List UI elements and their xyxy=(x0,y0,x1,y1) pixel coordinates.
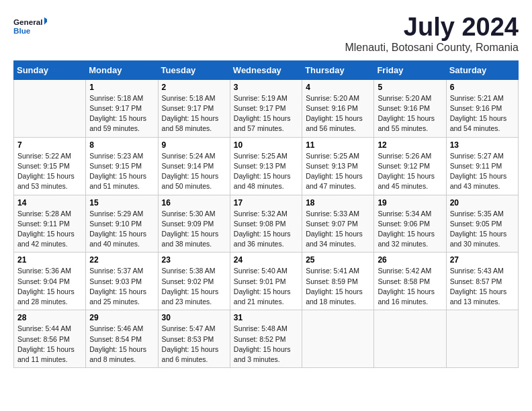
calendar-day-header: Thursday xyxy=(302,60,374,79)
calendar-header-row: SundayMondayTuesdayWednesdayThursdayFrid… xyxy=(14,60,519,79)
calendar-cell: 11Sunrise: 5:25 AMSunset: 9:13 PMDayligh… xyxy=(302,137,374,195)
day-info: Sunrise: 5:18 AMSunset: 9:17 PMDaylight:… xyxy=(89,93,154,134)
calendar-cell: 7Sunrise: 5:22 AMSunset: 9:15 PMDaylight… xyxy=(14,137,86,195)
day-number: 8 xyxy=(89,140,154,150)
day-number: 16 xyxy=(162,198,226,208)
day-info: Sunrise: 5:38 AMSunset: 9:02 PMDaylight:… xyxy=(162,266,226,307)
day-info: Sunrise: 5:30 AMSunset: 9:09 PMDaylight:… xyxy=(162,209,226,250)
day-info: Sunrise: 5:25 AMSunset: 9:13 PMDaylight:… xyxy=(306,151,370,192)
calendar-cell: 19Sunrise: 5:34 AMSunset: 9:06 PMDayligh… xyxy=(374,195,446,253)
calendar-cell: 10Sunrise: 5:25 AMSunset: 9:13 PMDayligh… xyxy=(230,137,302,195)
logo: General Blue xyxy=(13,13,47,40)
day-info: Sunrise: 5:40 AMSunset: 9:01 PMDaylight:… xyxy=(234,266,298,307)
calendar-cell: 9Sunrise: 5:24 AMSunset: 9:14 PMDaylight… xyxy=(158,137,230,195)
day-info: Sunrise: 5:42 AMSunset: 8:58 PMDaylight:… xyxy=(378,266,442,307)
calendar-cell: 31Sunrise: 5:48 AMSunset: 8:52 PMDayligh… xyxy=(230,310,302,368)
day-info: Sunrise: 5:43 AMSunset: 8:57 PMDaylight:… xyxy=(450,266,515,307)
day-number: 7 xyxy=(17,140,82,150)
day-info: Sunrise: 5:24 AMSunset: 9:14 PMDaylight:… xyxy=(162,151,226,192)
day-info: Sunrise: 5:19 AMSunset: 9:17 PMDaylight:… xyxy=(234,93,298,134)
calendar-cell: 6Sunrise: 5:21 AMSunset: 9:16 PMDaylight… xyxy=(446,79,518,137)
day-number: 12 xyxy=(378,140,442,150)
calendar-cell: 25Sunrise: 5:41 AMSunset: 8:59 PMDayligh… xyxy=(302,253,374,310)
calendar-cell: 14Sunrise: 5:28 AMSunset: 9:11 PMDayligh… xyxy=(14,195,86,253)
svg-marker-2 xyxy=(44,17,47,25)
calendar-week-row: 21Sunrise: 5:36 AMSunset: 9:04 PMDayligh… xyxy=(14,253,519,310)
calendar-cell: 12Sunrise: 5:26 AMSunset: 9:12 PMDayligh… xyxy=(374,137,446,195)
logo-svg: General Blue xyxy=(13,13,47,40)
day-number: 5 xyxy=(378,83,442,92)
day-info: Sunrise: 5:44 AMSunset: 8:56 PMDaylight:… xyxy=(17,324,82,365)
day-info: Sunrise: 5:20 AMSunset: 9:16 PMDaylight:… xyxy=(306,93,370,134)
day-info: Sunrise: 5:25 AMSunset: 9:13 PMDaylight:… xyxy=(234,151,298,192)
day-number: 29 xyxy=(89,313,154,322)
day-number: 15 xyxy=(89,198,154,208)
calendar-week-row: 1Sunrise: 5:18 AMSunset: 9:17 PMDaylight… xyxy=(14,79,519,137)
calendar-table: SundayMondayTuesdayWednesdayThursdayFrid… xyxy=(13,60,519,368)
day-number: 10 xyxy=(234,140,298,150)
calendar-cell xyxy=(302,310,374,368)
calendar-cell: 26Sunrise: 5:42 AMSunset: 8:58 PMDayligh… xyxy=(374,253,446,310)
day-info: Sunrise: 5:33 AMSunset: 9:07 PMDaylight:… xyxy=(306,209,370,250)
calendar-cell: 28Sunrise: 5:44 AMSunset: 8:56 PMDayligh… xyxy=(14,310,86,368)
day-number: 19 xyxy=(378,198,442,208)
day-info: Sunrise: 5:48 AMSunset: 8:52 PMDaylight:… xyxy=(234,324,298,365)
calendar-cell: 8Sunrise: 5:23 AMSunset: 9:15 PMDaylight… xyxy=(86,137,158,195)
calendar-cell: 22Sunrise: 5:37 AMSunset: 9:03 PMDayligh… xyxy=(86,253,158,310)
day-number: 17 xyxy=(234,198,298,208)
calendar-cell: 17Sunrise: 5:32 AMSunset: 9:08 PMDayligh… xyxy=(230,195,302,253)
svg-text:General: General xyxy=(13,17,42,26)
calendar-week-row: 28Sunrise: 5:44 AMSunset: 8:56 PMDayligh… xyxy=(14,310,519,368)
calendar-cell: 21Sunrise: 5:36 AMSunset: 9:04 PMDayligh… xyxy=(14,253,86,310)
day-number: 24 xyxy=(234,255,298,265)
day-info: Sunrise: 5:20 AMSunset: 9:16 PMDaylight:… xyxy=(378,93,442,134)
calendar-day-header: Friday xyxy=(374,60,446,79)
day-number: 18 xyxy=(306,198,370,208)
day-number: 4 xyxy=(306,83,370,92)
calendar-day-header: Wednesday xyxy=(230,60,302,79)
day-info: Sunrise: 5:47 AMSunset: 8:53 PMDaylight:… xyxy=(162,324,226,365)
day-info: Sunrise: 5:26 AMSunset: 9:12 PMDaylight:… xyxy=(378,151,442,192)
day-info: Sunrise: 5:21 AMSunset: 9:16 PMDaylight:… xyxy=(450,93,515,134)
day-number: 9 xyxy=(162,140,226,150)
title-block: July 2024 Mlenauti, Botosani County, Rom… xyxy=(345,13,519,54)
day-number: 26 xyxy=(378,255,442,265)
day-number: 1 xyxy=(89,83,154,92)
calendar-cell: 30Sunrise: 5:47 AMSunset: 8:53 PMDayligh… xyxy=(158,310,230,368)
calendar-cell: 4Sunrise: 5:20 AMSunset: 9:16 PMDaylight… xyxy=(302,79,374,137)
day-info: Sunrise: 5:32 AMSunset: 9:08 PMDaylight:… xyxy=(234,209,298,250)
day-info: Sunrise: 5:22 AMSunset: 9:15 PMDaylight:… xyxy=(17,151,82,192)
day-info: Sunrise: 5:18 AMSunset: 9:17 PMDaylight:… xyxy=(162,93,226,134)
calendar-cell xyxy=(446,310,518,368)
calendar-cell: 16Sunrise: 5:30 AMSunset: 9:09 PMDayligh… xyxy=(158,195,230,253)
calendar-cell: 29Sunrise: 5:46 AMSunset: 8:54 PMDayligh… xyxy=(86,310,158,368)
calendar-cell xyxy=(14,79,86,137)
calendar-cell: 1Sunrise: 5:18 AMSunset: 9:17 PMDaylight… xyxy=(86,79,158,137)
svg-text:Blue: Blue xyxy=(13,26,31,35)
day-number: 23 xyxy=(162,255,226,265)
day-number: 14 xyxy=(17,198,82,208)
calendar-cell: 24Sunrise: 5:40 AMSunset: 9:01 PMDayligh… xyxy=(230,253,302,310)
day-number: 25 xyxy=(306,255,370,265)
day-number: 11 xyxy=(306,140,370,150)
calendar-cell: 27Sunrise: 5:43 AMSunset: 8:57 PMDayligh… xyxy=(446,253,518,310)
calendar-week-row: 14Sunrise: 5:28 AMSunset: 9:11 PMDayligh… xyxy=(14,195,519,253)
day-number: 27 xyxy=(450,255,515,265)
calendar-cell: 2Sunrise: 5:18 AMSunset: 9:17 PMDaylight… xyxy=(158,79,230,137)
calendar-cell: 13Sunrise: 5:27 AMSunset: 9:11 PMDayligh… xyxy=(446,137,518,195)
calendar-cell: 15Sunrise: 5:29 AMSunset: 9:10 PMDayligh… xyxy=(86,195,158,253)
calendar-cell: 3Sunrise: 5:19 AMSunset: 9:17 PMDaylight… xyxy=(230,79,302,137)
page-subtitle: Mlenauti, Botosani County, Romania xyxy=(345,42,519,54)
calendar-cell: 5Sunrise: 5:20 AMSunset: 9:16 PMDaylight… xyxy=(374,79,446,137)
day-info: Sunrise: 5:35 AMSunset: 9:05 PMDaylight:… xyxy=(450,209,515,250)
day-number: 21 xyxy=(17,255,82,265)
calendar-day-header: Saturday xyxy=(446,60,518,79)
calendar-cell: 23Sunrise: 5:38 AMSunset: 9:02 PMDayligh… xyxy=(158,253,230,310)
calendar-day-header: Sunday xyxy=(14,60,86,79)
day-number: 22 xyxy=(89,255,154,265)
calendar-week-row: 7Sunrise: 5:22 AMSunset: 9:15 PMDaylight… xyxy=(14,137,519,195)
day-number: 20 xyxy=(450,198,515,208)
day-number: 2 xyxy=(162,83,226,92)
day-info: Sunrise: 5:34 AMSunset: 9:06 PMDaylight:… xyxy=(378,209,442,250)
day-number: 6 xyxy=(450,83,515,92)
